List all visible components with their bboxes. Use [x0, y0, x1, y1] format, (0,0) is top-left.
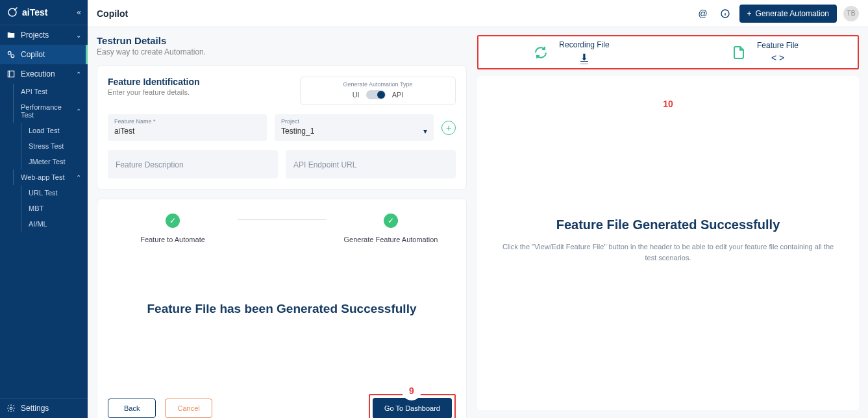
- fi-subtitle: Enter your feature details.: [108, 88, 200, 96]
- sidebar-item-performance-test[interactable]: Performance Test ⌃: [12, 99, 88, 123]
- sidebar-label-webapp: Web-app Test: [21, 173, 64, 181]
- testrun-title: Testrun Details: [97, 35, 467, 46]
- svg-point-4: [10, 407, 12, 410]
- sidebar-item-stress-test[interactable]: Stress Test: [19, 138, 88, 154]
- logo-icon: [6, 6, 18, 18]
- feature-name-label: Feature Name *: [114, 118, 260, 125]
- toggle-label: Generate Automation Type: [343, 81, 413, 88]
- svg-point-1: [8, 51, 11, 55]
- wizard-step1-label: Feature to Automate: [140, 236, 205, 243]
- sidebar-label-execution: Execution: [21, 69, 55, 79]
- feature-description-field[interactable]: Feature Description: [108, 150, 278, 178]
- annotation-badge-10: 10: [658, 94, 678, 114]
- chevron-up-icon: ⌃: [76, 71, 81, 78]
- go-to-dashboard-button[interactable]: Go To Dashboard: [373, 398, 452, 418]
- wizard-connector: [238, 219, 326, 220]
- feature-file-label: Feature File: [757, 41, 799, 50]
- project-value: Testing_1: [281, 127, 314, 136]
- sidebar-label-projects: Projects: [21, 31, 49, 40]
- sidebar-item-projects[interactable]: Projects ⌄: [0, 25, 88, 45]
- wizard-step-1: ✓ Feature to Automate: [108, 214, 238, 243]
- execution-icon: [6, 69, 16, 79]
- folder-icon: [6, 31, 16, 40]
- avatar[interactable]: TB: [843, 6, 859, 21]
- api-endpoint-field[interactable]: API Endpoint URL: [286, 150, 456, 178]
- project-select[interactable]: Project Testing_1 ▾: [275, 114, 434, 141]
- sidebar-item-url-test[interactable]: URL Test: [19, 185, 88, 201]
- sidebar-item-jmeter-test[interactable]: JMeter Test: [19, 154, 88, 169]
- wizard-step-2: ✓ Generate Feature Automation: [326, 214, 456, 243]
- annotation-badge-9: 9: [402, 381, 421, 400]
- chevron-up-icon: ⌃: [76, 108, 81, 115]
- view-feature-file-icon[interactable]: < >: [771, 53, 784, 64]
- sidebar-item-mbt[interactable]: MBT: [19, 201, 88, 216]
- feature-name-value: aiTest: [114, 127, 260, 136]
- sidebar-label-copilot: Copilot: [21, 50, 45, 59]
- recording-file-label: Recording File: [559, 40, 609, 49]
- result-subtitle: Click the "View/Edit Feature File" butto…: [490, 241, 846, 263]
- download-recording-icon[interactable]: ⬇: [580, 52, 588, 64]
- result-title: Feature File Generated Successfully: [556, 217, 780, 232]
- sidebar-item-load-test[interactable]: Load Test: [19, 123, 88, 138]
- header: Copilot @ + Generate Automation TB: [88, 0, 868, 27]
- sidebar-label-perf: Performance Test: [21, 103, 76, 119]
- page-title: Copilot: [97, 8, 128, 19]
- feature-name-field[interactable]: Feature Name * aiTest: [108, 114, 267, 141]
- generate-automation-label: Generate Automation: [756, 9, 829, 18]
- svg-point-2: [11, 55, 14, 58]
- plus-icon: +: [747, 9, 752, 18]
- project-label: Project: [281, 118, 427, 125]
- api-endpoint-placeholder: API Endpoint URL: [293, 160, 356, 169]
- sidebar-item-aiml[interactable]: AI/ML: [19, 216, 88, 232]
- feature-file-tab: Feature File < >: [681, 41, 849, 64]
- toggle-option-ui: UI: [353, 91, 360, 99]
- sidebar-item-settings[interactable]: Settings: [0, 399, 88, 418]
- chevron-up-icon: ⌃: [76, 174, 81, 181]
- refresh-icon: [533, 45, 549, 60]
- fi-title: Feature Identification: [108, 77, 200, 87]
- generate-automation-button[interactable]: + Generate Automation: [739, 5, 837, 23]
- section-heading: Testrun Details Easy way to create Autom…: [97, 35, 467, 56]
- recording-file-tab: Recording File ⬇: [488, 40, 655, 64]
- cancel-button[interactable]: Cancel: [165, 399, 212, 418]
- chevron-down-icon: ▾: [423, 127, 427, 136]
- check-icon: ✓: [166, 214, 180, 228]
- sidebar-collapse-icon[interactable]: «: [77, 8, 81, 17]
- file-icon: [731, 45, 747, 60]
- toggle-option-api: API: [392, 91, 404, 99]
- ui-api-switch[interactable]: [366, 90, 386, 99]
- back-button[interactable]: Back: [108, 399, 156, 418]
- automation-type-toggle: Generate Automation Type UI API: [300, 77, 456, 105]
- sidebar-label-settings: Settings: [21, 404, 49, 413]
- feature-file-result-panel: 10 Feature File Generated Successfully C…: [477, 76, 859, 410]
- testrun-subtitle: Easy way to create Automation.: [97, 47, 467, 56]
- annotation-highlight-10: Recording File ⬇ Feature File < >: [477, 35, 859, 69]
- sidebar: aiTest « Projects ⌄ Copilot Execution ⌃ …: [0, 0, 88, 418]
- svg-rect-3: [8, 71, 14, 77]
- success-message: Feature File has been Generated Successf…: [108, 302, 456, 316]
- mention-icon[interactable]: @: [695, 6, 711, 21]
- chevron-down-icon: ⌄: [76, 32, 81, 39]
- sidebar-item-webapp-test[interactable]: Web-app Test ⌃: [12, 169, 88, 185]
- sidebar-item-copilot[interactable]: Copilot: [0, 45, 88, 64]
- check-icon: ✓: [384, 214, 398, 228]
- feature-identification-card: Feature Identification Enter your featur…: [97, 66, 467, 190]
- logo-text: aiTest: [22, 7, 47, 18]
- sidebar-item-execution[interactable]: Execution ⌃: [0, 64, 88, 84]
- info-icon[interactable]: [717, 6, 733, 21]
- copilot-icon: [6, 50, 16, 59]
- wizard-step2-label: Generate Feature Automation: [344, 236, 438, 243]
- add-project-button[interactable]: +: [441, 121, 456, 135]
- sidebar-item-api-test[interactable]: API Test: [12, 84, 88, 99]
- logo-row: aiTest «: [0, 0, 88, 25]
- gear-icon: [6, 404, 16, 413]
- feature-desc-placeholder: Feature Description: [116, 160, 184, 169]
